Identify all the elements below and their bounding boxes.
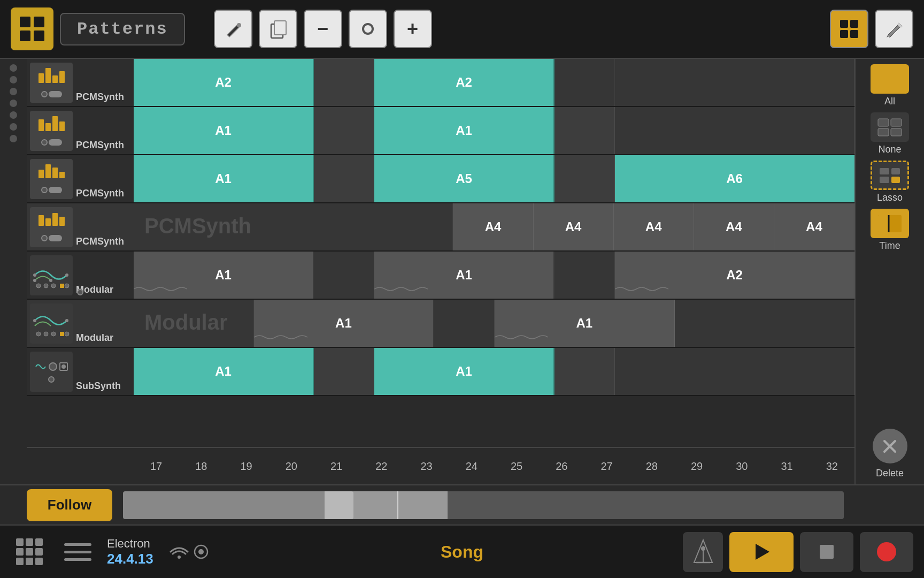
- time-button[interactable]: Time: [863, 209, 917, 252]
- follow-button[interactable]: Follow: [27, 489, 112, 521]
- pattern-cell[interactable]: A4: [774, 203, 854, 250]
- track-thumbnail: [30, 303, 73, 344]
- pattern-cell-empty[interactable]: [314, 155, 374, 202]
- left-dot: [10, 100, 17, 107]
- pattern-cell[interactable]: A1: [374, 107, 555, 154]
- svg-rect-1: [34, 17, 44, 27]
- svg-point-56: [178, 556, 181, 559]
- pattern-cell[interactable]: A1: [134, 107, 314, 154]
- pattern-cell-empty[interactable]: [314, 107, 374, 154]
- pattern-cell[interactable]: A1: [254, 300, 435, 347]
- svg-point-15: [36, 284, 41, 288]
- svg-marker-63: [756, 544, 769, 560]
- pattern-cell-empty[interactable]: [555, 252, 615, 299]
- pattern-cell-empty[interactable]: [555, 348, 615, 395]
- pattern-cell-empty[interactable]: [314, 252, 374, 299]
- logo-button[interactable]: [11, 7, 53, 50]
- pattern-cell[interactable]: A1: [374, 252, 555, 299]
- zoom-out-button[interactable]: −: [304, 10, 342, 48]
- top-toolbar: Patterns − +: [0, 0, 924, 59]
- none-button[interactable]: None: [863, 112, 917, 155]
- svg-point-19: [65, 284, 69, 288]
- grid-view-button[interactable]: [11, 533, 48, 571]
- pattern-cell[interactable]: A4: [614, 203, 694, 250]
- pattern-cell-empty[interactable]: [615, 59, 854, 106]
- pattern-cell-empty[interactable]: [555, 107, 615, 154]
- svg-rect-64: [820, 545, 834, 559]
- progress-bar[interactable]: [123, 491, 844, 519]
- svg-rect-44: [16, 538, 24, 546]
- svg-point-21: [65, 319, 68, 322]
- track-thumbnail: [30, 63, 73, 103]
- zoom-reset-button[interactable]: [349, 10, 387, 48]
- timeline-num: 27: [584, 460, 629, 473]
- pattern-cell[interactable]: A1: [495, 300, 675, 347]
- pattern-cell-empty[interactable]: [134, 300, 254, 347]
- view-title: Patterns: [60, 13, 185, 45]
- svg-rect-46: [35, 538, 43, 546]
- center-mode-label: Song: [441, 542, 483, 562]
- svg-rect-50: [16, 558, 24, 565]
- svg-point-12: [65, 273, 68, 277]
- pattern-cell[interactable]: A4: [534, 203, 614, 250]
- pattern-cell-empty[interactable]: [434, 300, 495, 347]
- pen-tool-button[interactable]: [214, 10, 252, 48]
- svg-point-14: [49, 279, 52, 282]
- pattern-cell-empty[interactable]: [555, 59, 615, 106]
- pattern-cell-empty[interactable]: [314, 348, 374, 395]
- track-header-7[interactable]: SubSynth: [27, 348, 134, 396]
- zoom-in-button[interactable]: +: [394, 10, 432, 48]
- pattern-cell-empty[interactable]: [134, 203, 453, 250]
- pattern-cell[interactable]: A1: [134, 155, 314, 202]
- active-view-button[interactable]: [830, 10, 868, 48]
- pattern-cell[interactable]: A2: [134, 59, 314, 106]
- pattern-cell-empty[interactable]: [555, 155, 615, 202]
- device-info: Electron 24.4.13: [107, 537, 153, 567]
- pattern-cell[interactable]: A2: [374, 59, 555, 106]
- timeline-num: 31: [765, 460, 810, 473]
- play-button[interactable]: [729, 532, 794, 572]
- pattern-cell[interactable]: A4: [694, 203, 774, 250]
- svg-rect-38: [891, 177, 900, 183]
- menu-button[interactable]: [59, 533, 96, 571]
- metronome-button[interactable]: [683, 532, 723, 572]
- pattern-cell[interactable]: A1: [134, 348, 314, 395]
- pattern-cell-empty[interactable]: [314, 59, 374, 106]
- track-header-4[interactable]: PCMSynth: [27, 203, 134, 252]
- svg-rect-47: [16, 548, 24, 556]
- svg-rect-33: [878, 128, 889, 136]
- pattern-cell-empty[interactable]: [675, 300, 855, 347]
- pattern-cell[interactable]: A6: [615, 155, 854, 202]
- device-name: Electron: [107, 537, 150, 551]
- track-header-5[interactable]: Modular: [27, 252, 134, 300]
- record-button[interactable]: [860, 532, 913, 572]
- track-thumbnail: [30, 111, 73, 151]
- delete-button[interactable]: Delete: [863, 429, 917, 479]
- svg-rect-27: [878, 71, 889, 78]
- playhead-cursor: [397, 491, 398, 519]
- stop-button[interactable]: [800, 532, 853, 572]
- pattern-cell[interactable]: A2: [615, 252, 854, 299]
- track-header-1[interactable]: PCMSynth: [27, 59, 134, 107]
- pattern-cell[interactable]: A1: [134, 252, 314, 299]
- svg-rect-29: [878, 80, 889, 88]
- timeline-num: 20: [269, 460, 314, 473]
- pattern-cell[interactable]: A5: [374, 155, 555, 202]
- lasso-icon: [871, 161, 909, 190]
- track-header-3[interactable]: PCMSynth: [27, 155, 134, 203]
- pattern-cell-empty[interactable]: [615, 348, 854, 395]
- progress-selection: [325, 491, 447, 519]
- pattern-cell-empty[interactable]: [615, 107, 854, 154]
- track-header-6[interactable]: Modular: [27, 300, 134, 348]
- pattern-cell[interactable]: A1: [374, 348, 555, 395]
- bottom-right-controls: [683, 532, 913, 572]
- all-button[interactable]: All: [863, 64, 917, 107]
- copy-tool-button[interactable]: [259, 10, 297, 48]
- lasso-button[interactable]: Lasso: [863, 161, 917, 203]
- timeline-num: 24: [449, 460, 494, 473]
- track-header-2[interactable]: PCMSynth: [27, 107, 134, 155]
- svg-rect-52: [35, 558, 43, 565]
- pattern-cell[interactable]: A4: [453, 203, 533, 250]
- edit-button[interactable]: [875, 10, 913, 48]
- svg-point-58: [198, 549, 204, 554]
